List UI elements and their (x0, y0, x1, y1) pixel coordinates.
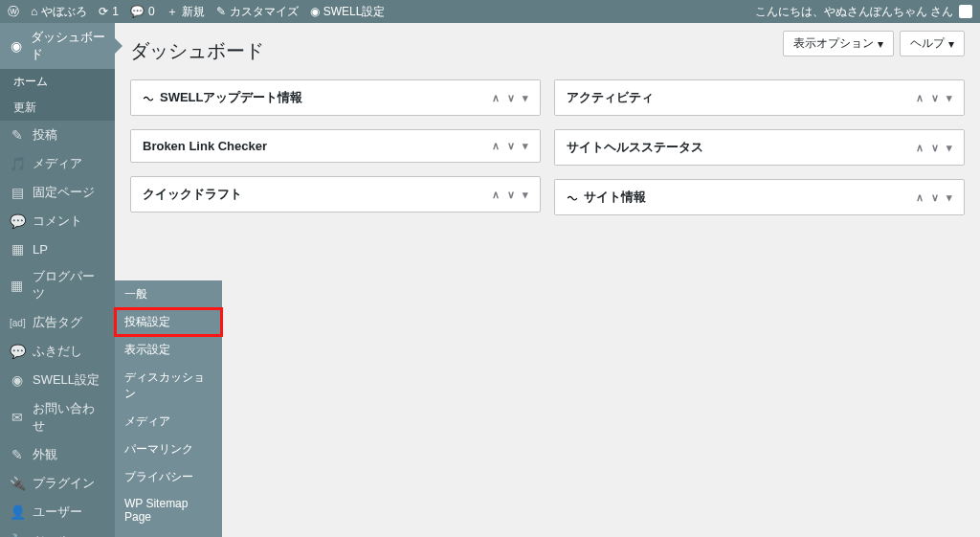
comment-icon: 💬 (10, 213, 25, 229)
mail-icon: ✉ (10, 410, 25, 425)
menu-contact[interactable]: ✉お問い合わせ (0, 394, 115, 440)
dashboard-submenu: ホーム 更新 (0, 69, 115, 121)
flyout-general[interactable]: 一般 (115, 280, 222, 308)
updates-link[interactable]: ⟳ 1 (99, 5, 119, 18)
widget-siteinfo: サイト情報 ∧∨▾ (554, 179, 965, 215)
menu-lp[interactable]: ▦LP (0, 235, 115, 262)
widget-title: SWELLアップデート情報 (160, 89, 303, 106)
toggle-icon[interactable]: ▾ (947, 191, 952, 204)
brush-icon: ✎ (10, 447, 25, 462)
media-icon: 🎵 (10, 156, 25, 171)
up-icon[interactable]: ∧ (916, 92, 924, 104)
down-icon[interactable]: ∨ (507, 189, 515, 201)
swell-mark-icon (143, 92, 154, 103)
up-icon[interactable]: ∧ (492, 140, 500, 152)
avatar[interactable] (959, 5, 972, 18)
flyout-privacy[interactable]: プライバシー (115, 463, 222, 491)
site-link[interactable]: ⌂ やぼぶろ (31, 4, 87, 20)
screen-options-button[interactable]: 表示オプション ▾ (783, 31, 894, 56)
widget-title: アクティビティ (567, 89, 654, 106)
up-icon[interactable]: ∧ (492, 92, 500, 104)
flyout-writing[interactable]: 投稿設定 (115, 308, 222, 336)
widget-title: サイトヘルスステータス (567, 139, 703, 156)
ad-icon: [ad] (10, 318, 25, 328)
menu-appearance[interactable]: ✎外観 (0, 440, 115, 469)
submenu-home[interactable]: ホーム (0, 69, 115, 95)
menu-users[interactable]: 👤ユーザー (0, 498, 115, 526)
flyout-sitemap[interactable]: WP Sitemap Page (115, 491, 222, 529)
widget-swell-update: SWELLアップデート情報 ∧∨▾ (130, 79, 541, 116)
comments-link[interactable]: 💬 0 (130, 5, 155, 18)
menu-media[interactable]: 🎵メディア (0, 149, 115, 178)
wp-logo[interactable]: ⓦ (8, 4, 19, 20)
widget-title: Broken Link Checker (143, 139, 267, 153)
flyout-media[interactable]: メディア (115, 408, 222, 436)
menu-plugins[interactable]: 🔌プラグイン (0, 469, 115, 498)
new-link[interactable]: ＋ 新規 (167, 4, 205, 20)
page-icon: ▤ (10, 185, 25, 200)
arrow-icon (115, 38, 122, 54)
toggle-icon[interactable]: ▾ (523, 92, 528, 104)
swell-link[interactable]: ◉ SWELL設定 (310, 4, 386, 20)
menu-adtag[interactable]: [ad]広告タグ (0, 308, 115, 337)
help-button[interactable]: ヘルプ ▾ (900, 31, 965, 56)
down-icon[interactable]: ∨ (931, 92, 939, 104)
down-icon[interactable]: ∨ (931, 142, 939, 154)
toggle-icon[interactable]: ▾ (523, 140, 528, 152)
flyout-discussion[interactable]: ディスカッション (115, 364, 222, 408)
settings-flyout: 一般 投稿設定 表示設定 ディスカッション メディア パーマリンク プライバシー… (115, 280, 222, 537)
blocks-icon: ▦ (10, 278, 25, 293)
toggle-icon[interactable]: ▾ (523, 189, 528, 201)
menu-blogparts[interactable]: ▦ブログパーツ (0, 262, 115, 308)
bubble-icon: 💬 (10, 344, 25, 359)
lp-icon: ▦ (10, 241, 25, 257)
admin-sidebar: ◉ダッシュボード ホーム 更新 ✎投稿 🎵メディア ▤固定ページ 💬コメント ▦… (0, 23, 115, 537)
flyout-xo[interactable]: XO Security (115, 529, 222, 537)
dashboard-icon: ◉ (10, 38, 23, 54)
menu-comments[interactable]: 💬コメント (0, 207, 115, 235)
up-icon[interactable]: ∧ (916, 191, 924, 204)
down-icon[interactable]: ∨ (931, 191, 939, 204)
main-content: 表示オプション ▾ ヘルプ ▾ ダッシュボード SWELLアップデート情報 ∧∨… (115, 23, 980, 537)
flyout-permalink[interactable]: パーマリンク (115, 436, 222, 463)
pin-icon: ✎ (10, 127, 25, 143)
menu-tools[interactable]: 🔧ツール (0, 526, 115, 537)
swell-mark-icon (567, 191, 578, 203)
widget-title: サイト情報 (584, 189, 646, 206)
menu-dashboard[interactable]: ◉ダッシュボード (0, 23, 115, 69)
toggle-icon[interactable]: ▾ (947, 92, 952, 104)
tool-icon: 🔧 (10, 533, 25, 537)
menu-swell[interactable]: ◉SWELL設定 (0, 366, 115, 394)
flyout-reading[interactable]: 表示設定 (115, 336, 222, 364)
swell-icon: ◉ (10, 372, 25, 388)
customize-link[interactable]: ✎ カスタマイズ (216, 4, 299, 20)
up-icon[interactable]: ∧ (492, 189, 500, 201)
plugin-icon: 🔌 (10, 476, 25, 491)
up-icon[interactable]: ∧ (916, 142, 924, 154)
submenu-updates[interactable]: 更新 (0, 95, 115, 121)
toggle-icon[interactable]: ▾ (947, 142, 952, 154)
down-icon[interactable]: ∨ (507, 92, 515, 104)
greeting-text[interactable]: こんにちは、やぬさんぽんちゃん さん (755, 4, 953, 20)
menu-pages[interactable]: ▤固定ページ (0, 178, 115, 207)
widget-title: クイックドラフト (143, 186, 242, 203)
widget-sitehealth: サイトヘルスステータス ∧∨▾ (554, 129, 965, 166)
menu-fukidashi[interactable]: 💬ふきだし (0, 337, 115, 366)
widget-activity: アクティビティ ∧∨▾ (554, 79, 965, 116)
menu-posts[interactable]: ✎投稿 (0, 121, 115, 149)
user-icon: 👤 (10, 504, 25, 520)
admin-bar: ⓦ ⌂ やぼぶろ ⟳ 1 💬 0 ＋ 新規 ✎ カスタマイズ ◉ SWELL設定… (0, 0, 980, 23)
widget-blc: Broken Link Checker ∧∨▾ (130, 129, 541, 163)
widget-quickdraft: クイックドラフト ∧∨▾ (130, 176, 541, 213)
down-icon[interactable]: ∨ (507, 140, 515, 152)
